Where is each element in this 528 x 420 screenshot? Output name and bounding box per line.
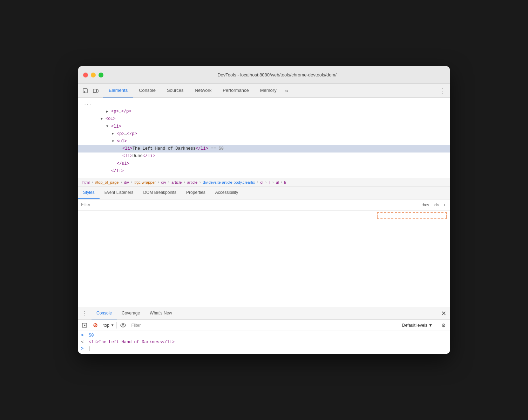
block-icon[interactable]: ⊘: [91, 321, 99, 330]
dom-ellipsis: ...: [78, 101, 450, 108]
dom-line[interactable]: <li>Dune</li>: [78, 153, 450, 160]
more-tabs-button[interactable]: »: [282, 84, 291, 97]
svg-rect-0: [83, 89, 87, 93]
eye-icon[interactable]: [119, 321, 127, 330]
breadcrumb-item-gc[interactable]: #gc-wrapper: [133, 179, 157, 185]
drawer-tab-coverage[interactable]: Coverage: [117, 307, 145, 319]
drawer-tab-whatsnew[interactable]: What's New: [145, 307, 177, 319]
level-label: Default levels ▼: [402, 323, 433, 328]
breadcrumb-item-html[interactable]: html: [81, 179, 91, 185]
dom-line[interactable]: ▼<ol>: [78, 115, 450, 123]
console-toolbar: ⊘ top ▼ Default levels ▼ ⚙: [78, 320, 450, 331]
dom-line[interactable]: </li>: [78, 168, 450, 175]
breadcrumb-item-div-class[interactable]: div.devsite-article-body.clearfix: [201, 179, 256, 185]
expand-icon[interactable]: ▶: [112, 131, 117, 137]
breadcrumb-item-li1[interactable]: li: [267, 179, 272, 185]
breadcrumb-item-ul[interactable]: ul: [275, 179, 280, 185]
breadcrumb-item-article2[interactable]: article: [186, 179, 199, 185]
traffic-lights: [83, 73, 103, 77]
console-output-text: <li>The Left Hand of Darkness</li>: [89, 340, 447, 345]
inspect-icon[interactable]: [81, 87, 89, 95]
svg-point-7: [121, 324, 126, 327]
tab-accessibility[interactable]: Accessibility: [210, 187, 243, 199]
cursor: [89, 346, 89, 351]
tab-sources[interactable]: Sources: [161, 84, 189, 97]
console-settings-icon[interactable]: ⚙: [439, 321, 448, 330]
tab-styles[interactable]: Styles: [78, 187, 100, 199]
console-filter-input[interactable]: [129, 322, 398, 328]
console-input-line: > $0: [78, 332, 450, 339]
styles-filter-bar: :hov .cls +: [78, 199, 450, 211]
tab-performance[interactable]: Performance: [217, 84, 254, 97]
active-prompt: >: [81, 346, 87, 351]
devtools-tab-bar: Elements Console Sources Network Perform…: [78, 84, 450, 98]
styles-content: [78, 211, 450, 307]
breadcrumb: html › #top_of_page › div › #gc-wrapper …: [78, 178, 450, 187]
dom-line[interactable]: ▼<ul>: [78, 138, 450, 145]
elements-panel: ... ▶<p>…</p> ▼<ol> ▼<li> ▶<p>…</p> ▼<ul…: [78, 98, 450, 354]
console-cursor-line[interactable]: >: [78, 346, 450, 352]
tab-memory[interactable]: Memory: [255, 84, 282, 97]
console-output-line: < <li>The Left Hand of Darkness</li>: [78, 339, 450, 346]
svg-rect-3: [93, 89, 96, 93]
breadcrumb-item-li2[interactable]: li: [283, 179, 287, 185]
context-label: top: [103, 323, 109, 328]
dom-line[interactable]: ▶<p>…</p>: [78, 130, 450, 138]
drawer-tab-bar: ⋮ Console Coverage What's New ✕: [78, 307, 450, 320]
dashed-outline: [377, 212, 447, 219]
drawer-menu-icon[interactable]: ⋮: [78, 307, 92, 319]
dom-line[interactable]: ▼<li>: [78, 123, 450, 130]
styles-filter-input[interactable]: [81, 202, 418, 207]
console-input-text: $0: [89, 333, 447, 338]
collapse-icon[interactable]: ▼: [101, 116, 106, 122]
dom-line-selected[interactable]: <li>The Left Hand of Darkness</li> == $0: [78, 145, 450, 153]
level-selector[interactable]: Default levels ▼: [400, 322, 435, 328]
context-dropdown-icon: ▼: [111, 323, 114, 327]
console-prompt: >: [81, 333, 87, 338]
title-bar: DevTools - localhost:8080/web/tools/chro…: [78, 66, 450, 84]
collapse-icon[interactable]: ▼: [106, 124, 111, 129]
expand-icon[interactable]: ▶: [106, 109, 111, 115]
tab-event-listeners[interactable]: Event Listeners: [100, 187, 138, 199]
run-script-icon[interactable]: [80, 321, 89, 330]
svg-marker-6: [84, 324, 86, 326]
svg-point-8: [122, 324, 124, 326]
minimize-button[interactable]: [91, 73, 96, 77]
styles-tab-bar: Styles Event Listeners DOM Breakpoints P…: [78, 187, 450, 199]
breadcrumb-item-top[interactable]: #top_of_page: [94, 179, 120, 185]
add-class-button[interactable]: +: [442, 202, 447, 208]
devtools-window: DevTools - localhost:8080/web/tools/chro…: [78, 66, 450, 354]
close-button[interactable]: [83, 73, 88, 77]
dom-line[interactable]: ▶<p>…</p>: [78, 108, 450, 115]
context-selector[interactable]: top ▼: [101, 322, 117, 328]
tab-elements[interactable]: Elements: [103, 84, 133, 97]
drawer-tab-console[interactable]: Console: [92, 307, 117, 319]
console-result-arrow: <: [81, 340, 87, 345]
window-title: DevTools - localhost:8080/web/tools/chro…: [109, 72, 445, 77]
breadcrumb-item-div2[interactable]: div: [160, 179, 168, 185]
divider: [437, 322, 437, 329]
drawer-close-button[interactable]: ✕: [438, 310, 450, 317]
dom-line[interactable]: </ul>: [78, 160, 450, 168]
breadcrumb-item-article1[interactable]: article: [170, 179, 183, 185]
console-drawer: ⋮ Console Coverage What's New ✕ ⊘ top: [78, 307, 450, 354]
tab-console[interactable]: Console: [133, 84, 161, 97]
tab-network[interactable]: Network: [189, 84, 217, 97]
tab-dom-breakpoints[interactable]: DOM Breakpoints: [138, 187, 181, 199]
hov-button[interactable]: :hov: [420, 202, 431, 208]
maximize-button[interactable]: [99, 73, 103, 77]
breadcrumb-item-ol[interactable]: ol: [259, 179, 265, 185]
devtools-menu-button[interactable]: ⋮: [435, 84, 450, 97]
tab-properties[interactable]: Properties: [181, 187, 210, 199]
dom-tree: ... ▶<p>…</p> ▼<ol> ▼<li> ▶<p>…</p> ▼<ul…: [78, 98, 450, 178]
breadcrumb-item-div1[interactable]: div: [123, 179, 130, 185]
svg-rect-4: [97, 90, 98, 92]
tab-icons: [78, 84, 103, 97]
filter-buttons: :hov .cls +: [420, 202, 447, 208]
cls-button[interactable]: .cls: [432, 202, 441, 208]
console-output: > $0 < <li>The Left Hand of Darkness</li…: [78, 331, 450, 354]
main-tabs: Elements Console Sources Network Perform…: [103, 84, 291, 97]
collapse-icon[interactable]: ▼: [112, 139, 117, 144]
device-icon[interactable]: [92, 87, 100, 95]
